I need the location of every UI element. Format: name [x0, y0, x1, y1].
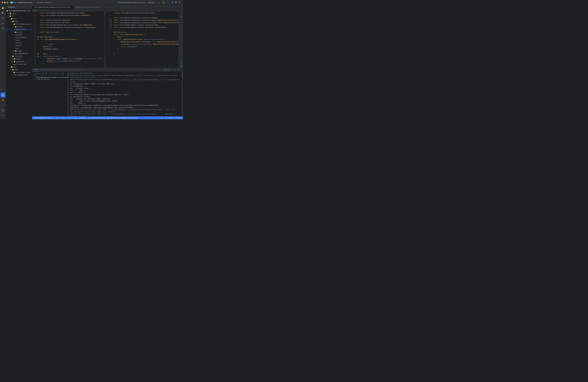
run-gutter-dot-20[interactable] — [38, 39, 39, 40]
close-button[interactable] — [2, 2, 3, 3]
tree-resources[interactable]: ▾ 📂 resources — [6, 55, 32, 57]
bottom-act-stop[interactable]: ■ — [151, 68, 153, 71]
left-code-lines[interactable]: import com.example.springbootdatastudy.e… — [39, 12, 105, 68]
tree-root[interactable]: 📂 SpringBootDataStudy ~/Deskto — [6, 9, 32, 12]
tree-test-com[interactable]: ▾ 📂 com.example.spring — [6, 71, 32, 74]
right-code-lines[interactable]: package com.example.springbootdatastudy.… — [113, 12, 178, 68]
tab-right-close[interactable]: × — [99, 6, 101, 8]
tree-mybatis-config[interactable]: C MybatisConfi — [6, 28, 32, 31]
activity-run[interactable]: ▶ — [0, 21, 5, 26]
status-branch[interactable]: ⎇ SpringBootDataStudy — [33, 117, 52, 119]
vert-icon-1[interactable]: ⋮ — [180, 9, 183, 12]
tree-user[interactable]: C User — [6, 47, 32, 50]
bottom-act-tree[interactable]: 🌲 — [167, 68, 169, 71]
left-gutter — [37, 12, 39, 68]
run-button[interactable]: ▶ — [158, 1, 161, 4]
bottom-act-settings[interactable]: ⚙ — [160, 68, 163, 71]
console-output[interactable]: Creating a new SqlSession SqlSession [or… — [69, 72, 182, 116]
activity-todo[interactable]: ☑ — [0, 103, 5, 108]
tree-mapper[interactable]: ▶ 📁 mapper — [6, 50, 32, 52]
right-code-content[interactable]: 12345 678910 1112131415 161718 — [106, 12, 179, 68]
folder-open-icon9: ▾ 📂 — [9, 66, 13, 68]
test-tree-scroll[interactable] — [67, 72, 69, 116]
console-scroll-thumb[interactable] — [182, 72, 183, 77]
status-encoding[interactable]: UTF-8 — [169, 117, 173, 119]
bottom-act-pin[interactable]: 📌 — [164, 68, 166, 71]
tree-appyml[interactable]: Y application.yml — [6, 63, 32, 66]
console-scroll[interactable] — [182, 72, 183, 116]
version-control-label[interactable]: Version control — [37, 2, 52, 3]
left-editor-pane[interactable]: ⚠ 6 ▾ 910111213 1415161718 1920212223 24… — [32, 9, 106, 68]
activity-run2[interactable]: ▶ — [0, 93, 5, 97]
tree-subject[interactable]: C Subject — [6, 41, 32, 44]
status-indent[interactable]: 4 spaces — [175, 117, 182, 119]
tab-left[interactable]: T SpringBootDataStudyApplicationTests.ja… — [32, 5, 74, 9]
activity-plugins[interactable]: 🔌 — [0, 26, 5, 31]
tree-config[interactable]: ▾ 📂 config — [6, 25, 32, 28]
run-gutter-dot-27[interactable] — [38, 56, 39, 57]
tree-entity[interactable]: ▾ 📂 entity — [6, 31, 32, 34]
activity-settings2[interactable]: ⚙ — [0, 113, 5, 118]
tree-score[interactable]: C Score — [6, 39, 32, 41]
vc-chevron[interactable]: ▾ — [53, 2, 53, 3]
status-path[interactable]: src > test > java > com > example > spri… — [56, 117, 138, 119]
tree-test-java[interactable]: ▾ 📂 java — [6, 68, 32, 71]
tree-account-detail[interactable]: C AccountDetail — [6, 36, 32, 39]
vert-icon-4[interactable]: ● — [180, 61, 183, 64]
vert-icon-2[interactable]: ✓ — [180, 12, 183, 15]
tree-com-example[interactable]: ▾ 📂 com.example.spring — [6, 23, 32, 25]
tab-right[interactable]: C MybatisConfiguration.java × — [74, 5, 103, 9]
test-tree-item[interactable]: ✓ ⬡ SpringBootDataStudyApplicationTests … — [32, 77, 67, 80]
bottom-tab-run[interactable]: ▶ Run — [33, 68, 39, 72]
activity-vcs[interactable] — [0, 16, 5, 20]
bottom-act-passed[interactable]: ✓ — [157, 68, 160, 71]
activity-bookmark[interactable]: 🔖 — [0, 98, 5, 102]
bottom-tab-config[interactable]: SpringBootDataStudyApplicationTests.cont… — [39, 68, 85, 72]
left-code-content[interactable]: 910111213 1415161718 1920212223 24252627… — [32, 12, 105, 68]
bottom-act-minimize[interactable]: — — [180, 68, 182, 71]
tree-test-class[interactable]: T SpringBootDataS — [6, 74, 32, 76]
tree-springboot-main[interactable]: C SpringBootDataS — [6, 52, 32, 55]
tree-static[interactable]: ▶ 📁 static — [6, 57, 32, 60]
run-config-selector[interactable]: SpringBootDataStudyApplicationTe...extLo… — [117, 1, 157, 4]
maximize-button[interactable] — [6, 2, 8, 3]
tree-templates[interactable]: ▶ 📁 templates — [6, 60, 32, 63]
tree-teacher[interactable]: C Teacher — [6, 44, 32, 47]
tab-menu-icon[interactable]: ⋮ — [180, 6, 182, 9]
bottom-config-close[interactable]: × — [82, 69, 84, 71]
bottom-act-up[interactable]: ↑ — [170, 68, 173, 71]
tree-java[interactable]: ▾ 📂 java — [6, 20, 32, 23]
test-tree[interactable]: ✓ ✓ Tests passed: 1 of 1 test – 359 ms ✓… — [32, 72, 67, 116]
tree-static-label: static — [16, 58, 21, 60]
tree-test[interactable]: ▾ 📂 test — [6, 66, 32, 68]
bottom-act-filter[interactable]: ≡ — [154, 68, 157, 71]
bottom-act-sort[interactable]: ⇅ — [173, 68, 176, 71]
scroll-thumb[interactable] — [68, 72, 69, 77]
bottom-act-rerun[interactable]: ↺ — [147, 68, 150, 71]
file-tree[interactable]: 📂 SpringBootDataStudy ~/Deskto ▶ 📁 .idea… — [6, 9, 32, 119]
tree-src[interactable]: ▾ 📂 src — [6, 15, 32, 17]
minimize-button[interactable] — [4, 2, 6, 3]
settings-icon[interactable]: ⚙ — [178, 1, 181, 4]
profile-icon[interactable]: 👤 — [171, 1, 174, 4]
activity-search[interactable]: 🔍 — [0, 11, 5, 16]
tree-account[interactable]: C Account — [6, 34, 32, 36]
bottom-tab-bar: ▶ Run SpringBootDataStudyApplicationTest… — [32, 68, 183, 72]
right-editor-pane[interactable]: 12345 678910 1112131415 161718 — [106, 9, 179, 68]
search-icon[interactable]: 🔍 — [175, 1, 178, 4]
activity-terminal[interactable]: ⬛ — [0, 108, 5, 113]
activity-project[interactable]: 📁 — [0, 6, 5, 10]
status-position[interactable]: 32:1 — [160, 117, 164, 119]
bottom-act-more[interactable]: ⋮ — [177, 68, 179, 71]
debug-button[interactable]: 🐛 — [162, 1, 165, 4]
tab-left-close[interactable]: × — [71, 6, 72, 8]
tree-main[interactable]: ▾ 📂 main — [6, 17, 32, 20]
project-name[interactable]: SpringBootDataStudy — [14, 2, 32, 3]
more-run-options[interactable]: ⋮ — [167, 1, 169, 4]
tree-idea[interactable]: ▶ 📁 .idea — [6, 12, 32, 15]
vert-icon-5[interactable]: 👤 — [180, 65, 183, 67]
vert-icon-3[interactable]: m — [180, 16, 183, 18]
run-gutter-dot-19[interactable] — [38, 37, 39, 38]
run-gutter-dot-26[interactable] — [38, 53, 39, 55]
status-lf[interactable]: LF — [166, 117, 167, 119]
